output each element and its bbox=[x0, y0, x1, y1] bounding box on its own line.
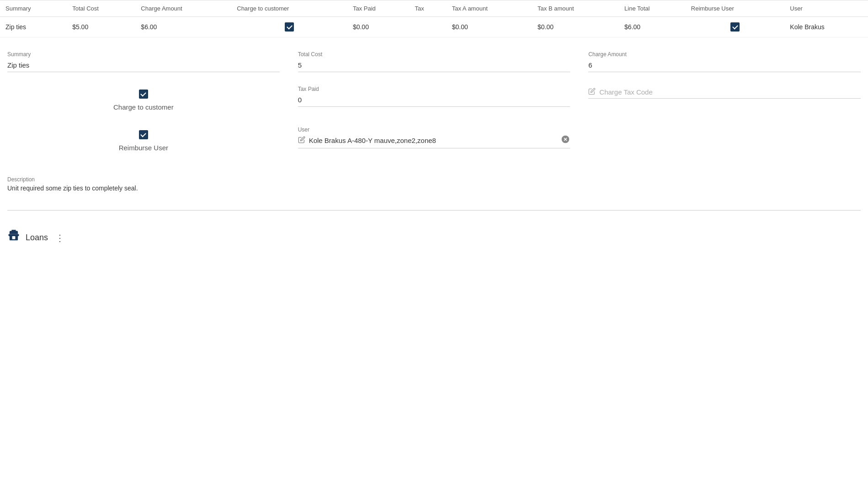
col-tax: Tax bbox=[410, 0, 447, 17]
loans-section: Loans ⋮ bbox=[0, 220, 868, 256]
clear-user-icon[interactable] bbox=[561, 135, 570, 146]
user-label: User bbox=[298, 127, 570, 133]
tax-paid-label: Tax Paid bbox=[298, 86, 570, 92]
col-tax-a-amount: Tax A amount bbox=[447, 0, 532, 17]
charge-amount-label: Charge Amount bbox=[588, 51, 861, 58]
col-total-cost: Total Cost bbox=[67, 0, 135, 17]
form-section: Summary Zip ties Total Cost 5 Charge Amo… bbox=[0, 37, 868, 176]
cell-user: Kole Brakus bbox=[784, 17, 868, 37]
cell-total-cost: $5.00 bbox=[67, 17, 135, 37]
description-value: Unit required some zip ties to completel… bbox=[7, 185, 861, 192]
col-reimburse-user: Reimburse User bbox=[686, 0, 784, 17]
user-field-wrapper: User Kole Brakus A-480-Y mauve,zone2,zon… bbox=[298, 127, 570, 153]
tax-paid-field: Tax Paid 0 bbox=[298, 86, 570, 113]
cell-tax-b-amount: $0.00 bbox=[532, 17, 619, 37]
charge-to-customer-checkbox[interactable] bbox=[139, 90, 148, 99]
empty-field-placeholder bbox=[588, 127, 861, 153]
col-tax-paid: Tax Paid bbox=[347, 0, 410, 17]
edit-icon-tax-code bbox=[588, 88, 596, 96]
user-value[interactable]: Kole Brakus A-480-Y mauve,zone2,zone8 bbox=[309, 137, 558, 144]
form-row-3: Reimburse User User Kole Brakus A-480-Y … bbox=[7, 127, 861, 153]
summary-label: Summary bbox=[7, 51, 280, 58]
edit-icon-user bbox=[298, 136, 305, 145]
charge-to-customer-wrapper: Charge to customer bbox=[7, 86, 280, 113]
form-row-1: Summary Zip ties Total Cost 5 Charge Amo… bbox=[7, 51, 861, 72]
summary-value[interactable]: Zip ties bbox=[7, 59, 280, 72]
cell-tax-a-amount: $0.00 bbox=[447, 17, 532, 37]
reimburse-user-checkbox-display bbox=[730, 22, 740, 32]
col-line-total: Line Total bbox=[619, 0, 686, 17]
charge-tax-code-placeholder: Charge Tax Code bbox=[599, 88, 652, 96]
section-divider bbox=[7, 210, 861, 211]
cell-reimburse-user bbox=[686, 17, 784, 37]
total-cost-value[interactable]: 5 bbox=[298, 59, 570, 72]
col-user: User bbox=[784, 0, 868, 17]
charge-tax-code-field: Charge Tax Code bbox=[588, 86, 861, 113]
col-charge-to-customer: Charge to customer bbox=[231, 0, 347, 17]
loans-menu-icon[interactable]: ⋮ bbox=[55, 232, 64, 243]
svg-rect-5 bbox=[12, 236, 16, 239]
cell-tax-paid: $0.00 bbox=[347, 17, 410, 37]
loans-label: Loans bbox=[26, 233, 48, 243]
cell-line-total: $6.00 bbox=[619, 17, 686, 37]
charge-amount-field: Charge Amount 6 bbox=[588, 51, 861, 72]
summary-field: Summary Zip ties bbox=[7, 51, 280, 72]
reimburse-user-label: Reimburse User bbox=[119, 144, 168, 152]
col-summary: Summary bbox=[0, 0, 67, 17]
charge-to-customer-checkbox-display bbox=[285, 22, 294, 32]
reimburse-user-wrapper: Reimburse User bbox=[7, 127, 280, 153]
loans-icon bbox=[7, 229, 20, 247]
charge-amount-value[interactable]: 6 bbox=[588, 59, 861, 72]
total-cost-field: Total Cost 5 bbox=[298, 51, 570, 72]
form-row-2: Charge to customer Tax Paid 0 Charge Tax… bbox=[7, 86, 861, 113]
tax-paid-value[interactable]: 0 bbox=[298, 94, 570, 107]
charge-to-customer-label: Charge to customer bbox=[113, 103, 174, 111]
cell-summary: Zip ties bbox=[0, 17, 67, 37]
cell-tax bbox=[410, 17, 447, 37]
reimburse-user-checkbox[interactable] bbox=[139, 130, 148, 139]
line-items-table: Summary Total Cost Charge Amount Charge … bbox=[0, 0, 868, 37]
table-row: Zip ties $5.00 $6.00 $0.00 $0.00 $0.00 $… bbox=[0, 17, 868, 37]
description-label: Description bbox=[7, 176, 861, 183]
description-section: Description Unit required some zip ties … bbox=[0, 176, 868, 201]
total-cost-label: Total Cost bbox=[298, 51, 570, 58]
cell-charge-amount: $6.00 bbox=[135, 17, 231, 37]
col-tax-b-amount: Tax B amount bbox=[532, 0, 619, 17]
col-charge-amount: Charge Amount bbox=[135, 0, 231, 17]
cell-charge-to-customer bbox=[231, 17, 347, 37]
